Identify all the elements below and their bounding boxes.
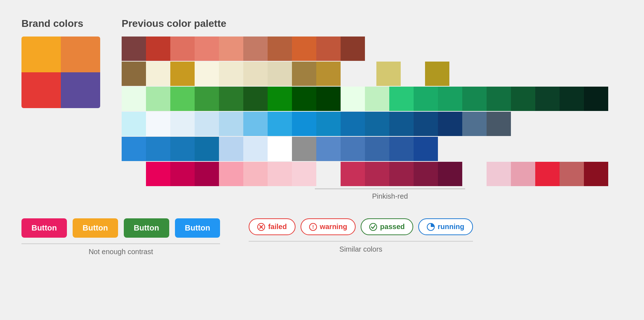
- swatch: [487, 162, 511, 186]
- swatch: [170, 62, 195, 86]
- brand-section: Brand colors: [21, 18, 100, 108]
- swatch: [425, 62, 449, 86]
- swatch: [268, 37, 292, 61]
- swatch: [584, 162, 608, 186]
- swatch: [122, 62, 146, 86]
- svg-text:!: !: [312, 224, 314, 230]
- swatch: [341, 87, 365, 111]
- bottom-section: Button Button Button Button Not enough c…: [21, 218, 623, 256]
- brand-swatch-1: [21, 37, 61, 72]
- swatch: [438, 162, 462, 186]
- swatch: [268, 112, 292, 136]
- palette-row-6: [122, 162, 623, 186]
- swatch: [584, 87, 608, 111]
- swatch: [462, 87, 487, 111]
- brand-swatch-4: [61, 72, 100, 108]
- swatch: [268, 162, 292, 186]
- swatch: [146, 162, 170, 186]
- buttons-row: Button Button Button Button: [21, 218, 220, 238]
- pinkish-red-indicator: Pinkish-red: [122, 188, 623, 200]
- swatch: [414, 87, 438, 111]
- swatch: [365, 87, 389, 111]
- swatch: [195, 162, 219, 186]
- swatch: [122, 137, 146, 161]
- swatch: [243, 62, 268, 86]
- swatch: [219, 162, 243, 186]
- swatch: [219, 62, 243, 86]
- badge-running[interactable]: running: [418, 218, 473, 235]
- main-container: Brand colors Previous color palette: [0, 0, 644, 274]
- swatch: [560, 162, 584, 186]
- swatch: [341, 37, 365, 61]
- swatch: [292, 137, 316, 161]
- swatch: [195, 112, 219, 136]
- swatch: [341, 112, 365, 136]
- swatch: [170, 87, 195, 111]
- button-pink[interactable]: Button: [21, 218, 67, 238]
- buttons-group-label: Not enough contrast: [89, 248, 153, 256]
- swatch: [389, 112, 414, 136]
- swatch: [243, 162, 268, 186]
- swatch: [414, 137, 438, 161]
- brand-colors-grid: [21, 37, 100, 108]
- palette-row-4: [122, 112, 623, 136]
- swatch: [268, 62, 292, 86]
- swatch: [389, 87, 414, 111]
- swatch: [268, 137, 292, 161]
- swatch: [438, 87, 462, 111]
- swatch: [146, 87, 170, 111]
- badge-passed[interactable]: passed: [361, 218, 413, 235]
- button-orange[interactable]: Button: [73, 218, 118, 238]
- palette-row-5: [122, 137, 623, 161]
- swatch: [170, 137, 195, 161]
- swatch: [365, 112, 389, 136]
- swatch: [365, 162, 389, 186]
- swatch: [511, 162, 535, 186]
- top-section: Brand colors Previous color palette: [21, 18, 623, 200]
- swatch: [316, 62, 341, 86]
- swatch: [146, 112, 170, 136]
- swatch: [122, 37, 146, 61]
- swatch: [511, 87, 535, 111]
- status-row: failed ! warning: [249, 218, 473, 235]
- swatch: [146, 137, 170, 161]
- running-label: running: [438, 223, 464, 231]
- swatch: [243, 37, 268, 61]
- buttons-divider: [21, 243, 220, 244]
- running-icon: [427, 223, 435, 231]
- swatch: [292, 62, 316, 86]
- palette-row-2: [122, 62, 623, 86]
- swatch: [389, 137, 414, 161]
- swatch: [292, 162, 316, 186]
- warning-label: warning: [320, 223, 347, 231]
- swatch: [146, 37, 170, 61]
- swatch: [535, 162, 560, 186]
- swatch: [122, 112, 146, 136]
- swatch: [243, 112, 268, 136]
- status-group-label: Similar colors: [340, 245, 382, 253]
- swatch: [535, 87, 560, 111]
- palette-row-3: [122, 87, 623, 111]
- swatch: [195, 87, 219, 111]
- failed-icon: [257, 223, 265, 231]
- badge-failed[interactable]: failed: [249, 218, 295, 235]
- buttons-group: Button Button Button Button Not enough c…: [21, 218, 220, 256]
- brand-swatch-3: [21, 72, 61, 108]
- status-group: failed ! warning: [249, 218, 473, 253]
- swatch: [341, 162, 365, 186]
- swatch: [414, 162, 438, 186]
- pinkish-red-label: Pinkish-red: [372, 192, 408, 200]
- swatch: [195, 62, 219, 86]
- swatch: [219, 87, 243, 111]
- failed-label: failed: [268, 223, 287, 231]
- swatch: [170, 37, 195, 61]
- status-divider: [249, 241, 473, 242]
- badge-warning[interactable]: ! warning: [301, 218, 356, 235]
- button-green[interactable]: Button: [124, 218, 169, 238]
- swatch: [292, 112, 316, 136]
- swatch: [376, 62, 401, 86]
- palette-title: Previous color palette: [122, 18, 623, 29]
- swatch: [487, 87, 511, 111]
- button-blue[interactable]: Button: [175, 218, 220, 238]
- pinkish-red-line: [315, 188, 465, 189]
